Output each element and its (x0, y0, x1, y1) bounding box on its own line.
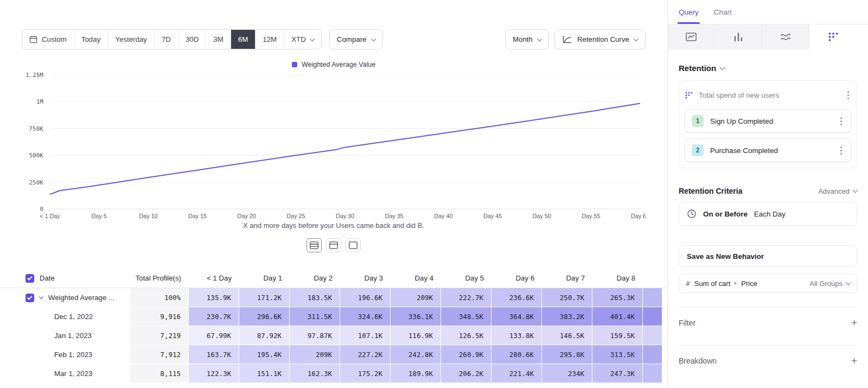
density-compact-button[interactable] (307, 238, 322, 252)
x-axis-tick: Day 50 (532, 213, 551, 219)
column-header: Day 7 (542, 269, 592, 288)
kebab-menu-icon[interactable] (845, 89, 851, 101)
measure-sub-property: Price (741, 279, 757, 288)
kebab-menu-icon[interactable] (838, 115, 844, 128)
measure-row[interactable]: # Sum of cart Price All Groups (679, 273, 857, 293)
column-header-partial (643, 269, 662, 288)
range-12m-button[interactable]: 12M (255, 30, 284, 49)
report-toolbar: CustomTodayYesterday7D30D3M6M12MXTD Comp… (22, 29, 646, 49)
save-as-new-behavior-button[interactable]: Save as New Behavior (679, 245, 857, 267)
density-tall-button[interactable] (346, 238, 361, 252)
breakdown-label: Breakdown (679, 357, 717, 365)
total-profiles-cell: 7,912 (130, 345, 189, 364)
row-checkbox[interactable] (25, 294, 34, 302)
range-7d-button[interactable]: 7D (154, 30, 178, 49)
retention-criteria-title: Retention Criteria (679, 187, 742, 195)
advanced-dropdown[interactable]: Advanced (818, 187, 857, 195)
column-header: Day 4 (391, 269, 441, 288)
range-label: 12M (263, 35, 277, 43)
retention-curve-icon (562, 35, 572, 44)
table-row[interactable]: Jan 1, 20237,21967.99K87.92K97.87K107.1K… (0, 326, 667, 345)
retention-cell: 227.2K (340, 345, 391, 364)
tab-chart[interactable]: Chart (714, 0, 732, 24)
column-header: Day 5 (441, 269, 492, 288)
tab-query[interactable]: Query (679, 0, 699, 24)
x-axis-tick: Day 35 (385, 213, 404, 219)
retention-cell: 401.4K (592, 307, 643, 326)
retention-line-chart[interactable]: 0250K500K750K1M1.25M< 1 DayDay 5Day 10Da… (22, 69, 646, 224)
retention-cell: 159.5K (592, 326, 643, 345)
y-axis-tick: 0 (40, 206, 43, 213)
retention-cell-partial (643, 326, 662, 345)
range-today-button[interactable]: Today (74, 30, 107, 49)
select-all-checkbox[interactable] (25, 274, 34, 283)
chevron-down-icon (846, 280, 851, 285)
step-label: Sign Up Completed (710, 117, 773, 125)
add-filter-button[interactable]: + (851, 317, 857, 328)
retention-cell: 209K (391, 288, 441, 307)
row-header: Weighted Average ... (0, 288, 130, 307)
query-sidebar: Query Chart (667, 0, 868, 388)
range-6m-button[interactable]: 6M (231, 30, 255, 49)
table-row[interactable]: Mar 1, 20238,115122.3K151.1K162.3K175.2K… (0, 364, 667, 383)
behavior-steps: 1Sign Up Completed2Purchase Completed (685, 109, 851, 162)
bar-chart-icon (732, 31, 744, 42)
range-custom-button[interactable]: Custom (22, 30, 74, 49)
timing-window: Each Day (754, 210, 786, 218)
chart-type-bar-button[interactable] (715, 24, 762, 49)
retention-section-header[interactable]: Retention (668, 49, 868, 80)
retention-cell: 183.5K (290, 288, 340, 307)
x-axis-tick: Day 15 (188, 213, 207, 219)
granularity-select[interactable]: Month (505, 29, 549, 49)
y-axis-tick: 500K (29, 152, 44, 159)
density-medium-button[interactable] (326, 238, 341, 252)
chart-type-flow-button[interactable] (762, 24, 809, 49)
range-30d-button[interactable]: 30D (178, 30, 206, 49)
retention-cell-partial (643, 307, 662, 326)
table-row[interactable]: Dec 1, 20229,916230.7K296.6K311.5K324.6K… (0, 307, 667, 326)
total-profiles-cell: 8,115 (130, 364, 189, 383)
range-xtd-button[interactable]: XTD (284, 30, 321, 49)
sidebar-tabs: Query Chart (668, 0, 868, 24)
toolbar-right-group: Month Retention Curve (505, 29, 646, 49)
range-3m-button[interactable]: 3M (206, 30, 230, 49)
range-label: 3M (213, 35, 223, 43)
behavior-header[interactable]: Total spend of new users (685, 86, 851, 104)
compare-button[interactable]: Compare (329, 29, 383, 49)
table-row[interactable]: Feb 1, 20237,912163.7K195.4K209K227.2K24… (0, 345, 667, 364)
retention-cell: 280.6K (492, 345, 542, 364)
retention-cell: 107.1K (340, 326, 391, 345)
chart-type-line-button[interactable] (668, 24, 715, 49)
behavior-step-1[interactable]: 1Sign Up Completed (685, 109, 851, 133)
retention-cell: 87.92K (239, 326, 290, 345)
chart-view-label: Retention Curve (577, 35, 629, 43)
retention-cell: 196.6K (340, 288, 391, 307)
expand-chevron-icon[interactable] (39, 295, 43, 299)
legend-label: Weighted Average Value (302, 61, 375, 68)
retention-cell: 222.7K (441, 288, 492, 307)
chart-type-strip (668, 24, 868, 49)
range-yesterday-button[interactable]: Yesterday (107, 30, 154, 49)
total-profiles-cell: 100% (130, 288, 189, 307)
retention-grid-icon (827, 31, 839, 42)
retention-timing-card[interactable]: On or Before Each Day (679, 202, 857, 226)
x-axis-tick: Day 10 (139, 213, 157, 219)
groups-dropdown[interactable]: All Groups (809, 279, 850, 288)
legend-swatch (292, 62, 297, 67)
table-row[interactable]: Weighted Average ...100%135.9K171.2K183.… (0, 288, 667, 307)
add-breakdown-button[interactable]: + (851, 355, 857, 366)
compare-label: Compare (337, 35, 367, 43)
retention-cell: 195.4K (239, 345, 290, 364)
retention-cell: 206.2K (441, 364, 492, 383)
chart-type-retention-button[interactable] (809, 24, 857, 49)
column-header: Total Profile(s) (130, 269, 189, 288)
x-axis-tick: Day 45 (483, 213, 502, 219)
calendar-icon (29, 35, 37, 43)
kebab-menu-icon[interactable] (838, 144, 844, 157)
x-axis-tick: Day 55 (582, 213, 600, 219)
behavior-step-2[interactable]: 2Purchase Completed (685, 138, 851, 162)
step-number-badge: 1 (692, 115, 704, 127)
clock-icon (687, 209, 697, 219)
chart-view-select[interactable]: Retention Curve (554, 29, 646, 49)
retention-line (50, 103, 640, 194)
